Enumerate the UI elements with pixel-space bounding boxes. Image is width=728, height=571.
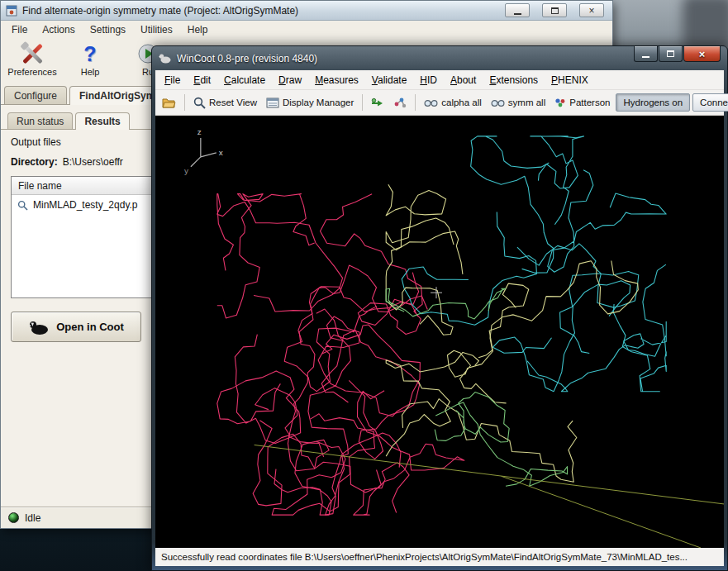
magnifier-icon	[193, 97, 206, 109]
wincoot-toolbar: Reset View Display Manager	[155, 90, 724, 116]
tab-run-status[interactable]: Run status	[7, 112, 73, 129]
help-label: Help	[81, 67, 100, 77]
menu-about[interactable]: About	[444, 71, 483, 89]
menu-phenix[interactable]: PHENIX	[545, 71, 595, 89]
menu-hid[interactable]: HID	[413, 71, 444, 89]
viewport-3d[interactable]: z x y	[155, 116, 724, 548]
hydrogens-on-label: Hydrogens on	[623, 98, 683, 107]
preferences-button[interactable]: Preferences	[7, 41, 57, 77]
wincoot-window: WinCoot 0.8-pre (revision 4840) × File E…	[151, 45, 728, 571]
wincoot-window-title: WinCoot 0.8-pre (revision 4840)	[177, 53, 317, 64]
patterson-label: Patterson	[569, 98, 610, 107]
wincoot-app-icon	[159, 53, 171, 64]
maximize-button[interactable]	[659, 46, 683, 62]
go-to-atom-button[interactable]	[368, 95, 388, 111]
directory-label: Directory:	[11, 156, 58, 168]
close-button[interactable]: ×	[579, 3, 604, 17]
menu-settings[interactable]: Settings	[83, 22, 133, 37]
menu-draw[interactable]: Draw	[272, 71, 308, 89]
status-icon	[8, 512, 19, 523]
wincoot-status-text: Successfully read coordinates file B:\Us…	[161, 552, 688, 562]
reset-view-label: Reset View	[209, 98, 257, 107]
magnifier-icon	[17, 200, 28, 211]
wallpaper-structure	[683, 0, 728, 48]
reset-view-button[interactable]: Reset View	[190, 94, 260, 112]
help-button[interactable]: ? Help	[65, 41, 115, 77]
open-in-coot-button[interactable]: Open in Coot	[11, 312, 141, 342]
tab-results[interactable]: Results	[75, 112, 129, 130]
go-to-atom-icon	[371, 98, 384, 108]
symm-all-button[interactable]: symm all	[488, 95, 549, 110]
calpha-all-label: calpha all	[441, 98, 482, 107]
menu-edit[interactable]: Edit	[187, 71, 217, 89]
wincoot-menubar: File Edit Calculate Draw Measures Valida…	[155, 70, 724, 90]
open-in-coot-label: Open in Coot	[56, 321, 124, 333]
svg-text:z: z	[197, 127, 202, 136]
svg-text:x: x	[219, 148, 223, 157]
open-file-button[interactable]	[159, 94, 179, 111]
menu-actions[interactable]: Actions	[35, 22, 82, 37]
phenix-window-title: Find alternate-origin symmetry mate (Pro…	[22, 5, 298, 17]
display-manager-icon	[266, 98, 279, 108]
file-name: MinMLAD_testy_2qdy.p	[33, 199, 138, 211]
wincoot-statusbar: Successfully read coordinates file B:\Us…	[155, 548, 724, 566]
toolbar-separator	[415, 94, 416, 111]
menu-measures[interactable]: Measures	[308, 71, 365, 89]
minimize-button[interactable]	[505, 3, 530, 17]
hydrogens-on-button[interactable]: Hydrogens on	[616, 93, 690, 112]
close-button[interactable]: ×	[683, 46, 721, 62]
axes-widget: z x y	[184, 127, 223, 175]
coot-bird-icon	[28, 319, 50, 335]
toolbar-separator	[362, 94, 363, 111]
menu-validate[interactable]: Validate	[365, 71, 414, 89]
go-to-ligand-button[interactable]	[390, 94, 410, 111]
menu-utilities[interactable]: Utilities	[133, 22, 180, 37]
molecule-wireframe	[217, 136, 724, 548]
minimize-button[interactable]	[634, 46, 658, 62]
menu-extensions[interactable]: Extensions	[483, 71, 545, 89]
spectacles-icon	[424, 98, 438, 107]
connected-to-phenix-label: Connected to PHENIX	[700, 98, 728, 107]
preferences-icon	[19, 41, 45, 66]
display-manager-label: Display Manager	[283, 98, 354, 107]
tab-configure[interactable]: Configure	[4, 86, 67, 104]
wincoot-titlebar[interactable]: WinCoot 0.8-pre (revision 4840) ×	[155, 46, 724, 70]
ligand-icon	[393, 97, 407, 108]
toolbar-separator	[184, 94, 185, 111]
display-manager-button[interactable]: Display Manager	[263, 95, 357, 111]
status-text: Idle	[25, 512, 40, 524]
patterson-icon	[554, 98, 566, 107]
directory-value: B:\Users\oeffr	[63, 156, 123, 168]
preferences-label: Preferences	[7, 67, 56, 77]
phenix-menubar: File Actions Settings Utilities Help	[1, 21, 612, 39]
maximize-button[interactable]	[542, 3, 567, 17]
connected-to-phenix-button[interactable]: Connected to PHENIX	[692, 93, 728, 112]
phenix-titlebar[interactable]: Find alternate-origin symmetry mate (Pro…	[1, 1, 612, 21]
svg-text:y: y	[184, 166, 188, 175]
patterson-button[interactable]: Patterson	[551, 95, 613, 110]
menu-calculate[interactable]: Calculate	[217, 71, 272, 89]
phenix-app-icon	[6, 5, 17, 17]
menu-file[interactable]: File	[158, 71, 187, 89]
phenix-window-controls: ×	[505, 3, 604, 17]
calpha-all-button[interactable]: calpha all	[421, 95, 485, 110]
symm-all-label: symm all	[508, 98, 545, 107]
spectacles-icon	[491, 98, 505, 107]
help-icon: ?	[77, 41, 103, 66]
wincoot-window-controls: ×	[634, 46, 721, 62]
menu-help[interactable]: Help	[180, 22, 216, 37]
menu-file[interactable]: File	[4, 22, 35, 37]
open-folder-icon	[162, 97, 176, 108]
